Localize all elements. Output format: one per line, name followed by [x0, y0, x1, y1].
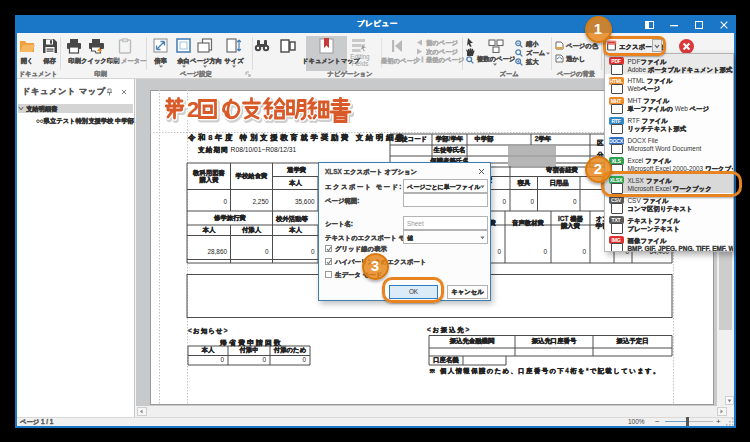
- svg-text:2: 2: [187, 97, 199, 122]
